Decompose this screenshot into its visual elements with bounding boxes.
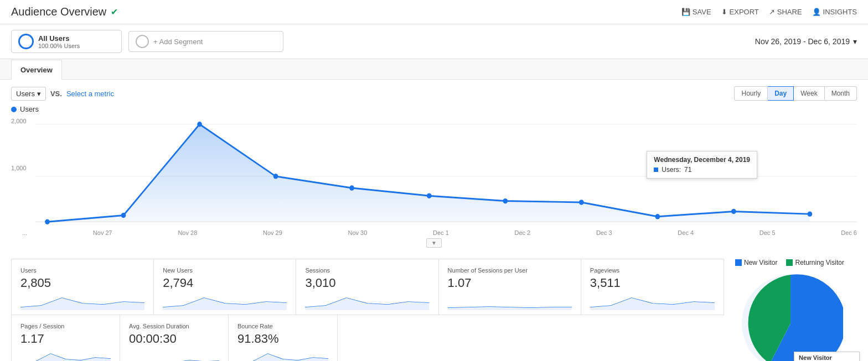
- chevron-down-icon: ▾: [853, 37, 857, 46]
- svg-point-13: [731, 209, 736, 214]
- chart-controls: Users ▾ VS. Select a metric Hourly Day W…: [0, 80, 868, 101]
- vs-label: VS.: [50, 90, 62, 98]
- mini-chart-pageviews: [590, 294, 715, 310]
- svg-point-9: [427, 193, 432, 198]
- svg-marker-16: [163, 298, 287, 310]
- hourly-button[interactable]: Hourly: [734, 86, 768, 101]
- insights-icon: 👤: [812, 8, 821, 16]
- metric-card-pages-session: Pages / Session 1.17: [12, 315, 120, 361]
- x-label-1: Nov 27: [93, 229, 112, 236]
- segment-text: All Users 100.00% Users: [38, 34, 80, 49]
- add-segment-button[interactable]: + Add Segment: [128, 31, 283, 52]
- date-range-text: Nov 26, 2019 - Dec 6, 2019: [755, 37, 850, 46]
- svg-point-10: [503, 198, 508, 203]
- svg-marker-19: [590, 298, 715, 310]
- insights-label: INSIGHTS: [823, 8, 857, 16]
- x-label-8: Dec 4: [678, 229, 694, 236]
- metric-label-new-users: New Users: [163, 267, 287, 274]
- metric-selector: Users ▾ VS. Select a metric: [11, 87, 114, 101]
- save-label: SAVE: [693, 8, 711, 16]
- metrics-grid-row1: Users 2,805 New Users 2,794: [11, 259, 724, 315]
- save-icon: 💾: [681, 8, 690, 16]
- share-label: SHARE: [777, 8, 802, 16]
- x-label-10: Dec 6: [841, 229, 857, 236]
- pie-legend-returning-visitor: Returning Visitor: [786, 259, 844, 266]
- month-button[interactable]: Month: [825, 86, 857, 101]
- metric-value-sessions-per-user: 1.07: [448, 276, 572, 290]
- insights-button[interactable]: 👤 INSIGHTS: [812, 8, 857, 16]
- metric-label-users: Users: [20, 267, 144, 274]
- select-metric-link[interactable]: Select a metric: [66, 90, 114, 98]
- metric-card-users: Users 2,805: [12, 259, 154, 315]
- time-buttons: Hourly Day Week Month: [734, 86, 857, 101]
- top-bar: Audience Overview ✔ 💾 SAVE ⬇ EXPORT ↗ SH…: [0, 0, 868, 24]
- metric-card-pageviews: Pageviews 3,511: [581, 259, 724, 315]
- day-button[interactable]: Day: [768, 86, 794, 101]
- svg-point-5: [121, 213, 126, 218]
- tab-overview[interactable]: Overview: [11, 60, 62, 80]
- svg-point-4: [45, 219, 50, 224]
- x-label-9: Dec 5: [760, 229, 776, 236]
- scroll-indicator: ▼: [0, 236, 868, 250]
- svg-marker-15: [20, 298, 144, 310]
- pie-tooltip-title: New Visitor: [799, 354, 855, 361]
- metric-label-sessions: Sessions: [305, 267, 429, 274]
- metrics-left: Users 2,805 New Users 2,794: [11, 259, 724, 361]
- svg-point-12: [655, 214, 660, 219]
- pie-chart: [738, 271, 843, 361]
- users-legend-dot: [11, 107, 17, 112]
- metric-card-sessions-per-user: Number of Sessions per User 1.07: [439, 259, 581, 315]
- metric-card-new-users: New Users 2,794: [154, 259, 296, 315]
- mini-chart-sessions-per-user: [448, 294, 572, 310]
- chart-area: 2,000 1,000 Wednesday, De: [0, 118, 868, 228]
- svg-point-6: [197, 122, 202, 127]
- mini-chart-users: [20, 294, 144, 310]
- pie-chart-container: New Visitor 2,793 Users (94.3%): [738, 271, 843, 361]
- share-icon: ↗: [769, 8, 775, 16]
- metric-card-bounce-rate: Bounce Rate 91.83%: [229, 315, 337, 361]
- mini-chart-new-users: [163, 294, 287, 310]
- svg-point-14: [808, 211, 813, 216]
- metric-value-users: 2,805: [20, 276, 144, 290]
- x-label-3: Nov 29: [263, 229, 282, 236]
- x-label-2: Nov 28: [178, 229, 197, 236]
- svg-point-8: [349, 185, 354, 190]
- mini-chart-sessions: [305, 294, 429, 310]
- metric-label-pageviews: Pageviews: [590, 267, 715, 274]
- svg-point-7: [273, 174, 278, 179]
- share-button[interactable]: ↗ SHARE: [769, 8, 802, 16]
- all-users-segment[interactable]: All Users 100.00% Users: [11, 30, 122, 53]
- scroll-button[interactable]: ▼: [426, 238, 442, 248]
- x-label-7: Dec 3: [596, 229, 612, 236]
- page-title: Audience Overview: [11, 6, 106, 18]
- mini-chart-avg-session: [129, 349, 219, 361]
- metric-value-bounce-rate: 91.83%: [237, 332, 328, 346]
- metric-value-sessions: 3,010: [305, 276, 429, 290]
- save-button[interactable]: 💾 SAVE: [681, 8, 711, 16]
- tab-bar: Overview: [0, 59, 868, 80]
- dropdown-chevron-icon: ▾: [37, 90, 41, 98]
- svg-marker-17: [305, 298, 429, 310]
- pie-legend-new-visitor: New Visitor: [735, 259, 777, 266]
- metrics-section: Users 2,805 New Users 2,794: [0, 250, 868, 361]
- title-area: Audience Overview ✔: [11, 6, 118, 18]
- metric-label-bounce-rate: Bounce Rate: [237, 323, 328, 329]
- chart-legend: Users: [0, 101, 868, 118]
- users-legend-item: Users: [11, 105, 857, 113]
- date-range-picker[interactable]: Nov 26, 2019 - Dec 6, 2019 ▾: [755, 37, 857, 46]
- new-visitor-legend-label: New Visitor: [744, 259, 777, 266]
- metric-dropdown[interactable]: Users ▾: [11, 87, 46, 101]
- x-axis: ... Nov 27 Nov 28 Nov 29 Nov 30 Dec 1 De…: [0, 228, 868, 236]
- metrics-grid-row2: Pages / Session 1.17 Avg. Session Durati…: [11, 315, 338, 361]
- metric-label-avg-session: Avg. Session Duration: [129, 323, 219, 329]
- mini-chart-pages-session: [20, 349, 111, 361]
- pie-tooltip: New Visitor 2,793 Users (94.3%): [794, 352, 860, 361]
- metric-label-pages-session: Pages / Session: [20, 323, 111, 329]
- mini-chart-bounce-rate: [237, 349, 328, 361]
- export-button[interactable]: ⬇ EXPORT: [721, 8, 759, 16]
- week-button[interactable]: Week: [794, 86, 824, 101]
- returning-visitor-legend-label: Returning Visitor: [795, 259, 844, 266]
- users-legend-label: Users: [20, 105, 39, 113]
- metric-value-pages-session: 1.17: [20, 332, 111, 346]
- add-segment-label: + Add Segment: [153, 38, 203, 46]
